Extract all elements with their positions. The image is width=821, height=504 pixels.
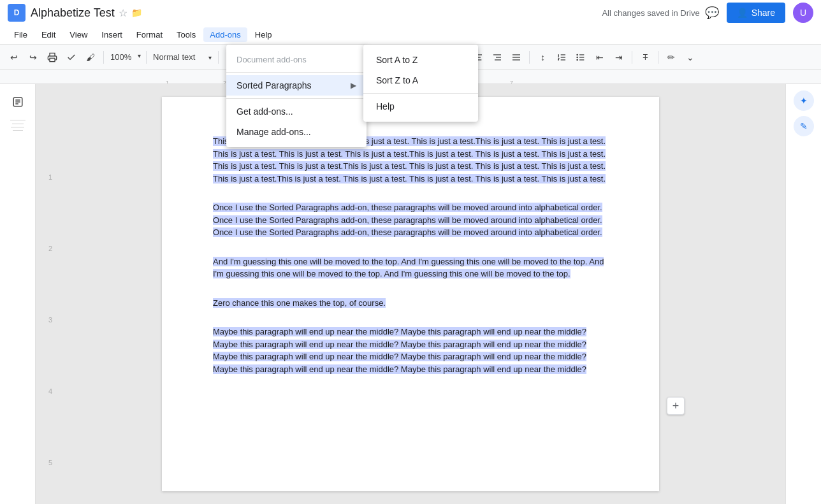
toolbar-divider-7 [529,51,530,64]
zoom-select[interactable]: 100% 75% 125% 150% [108,51,142,63]
justify-button[interactable] [507,48,525,66]
toolbar-divider-9 [658,51,658,64]
edit-icon[interactable]: ✎ [794,116,814,136]
get-addons-item[interactable]: Get add-ons... [226,101,367,122]
sort-z-a-label: Sort Z to A [376,75,418,85]
paragraph-4: Zero chance this one makes the top, of c… [213,297,608,310]
toolbar-divider-3 [218,51,219,64]
autosave-status: All changes saved in Drive [602,8,699,18]
toolbar-divider-2 [146,51,147,64]
header-right: 💬 👤 Share U [705,3,813,23]
style-select-wrap: Normal text Heading 1 Heading 2 Heading … [150,51,214,63]
document-content: This is just a test. This is just a test… [213,135,608,375]
title-row: Alphabetize Test ☆ 📁 [31,6,586,20]
sort-z-a-item[interactable]: Sort Z to A [363,70,478,90]
align-right-button[interactable] [488,48,506,66]
paragraph-3: And I'm guessing this one will be moved … [213,256,608,280]
numbered-list-button[interactable] [553,48,570,66]
add-page-button[interactable]: + [667,397,685,415]
toolbar-divider-8 [632,51,632,64]
clear-formatting-button[interactable]: T [636,48,654,66]
sorted-paragraphs-label: Sorted Paragraphs [236,80,312,90]
menu-tools[interactable]: Tools [170,27,202,42]
menu-help[interactable]: Help [249,27,279,42]
avatar[interactable]: U [793,3,813,23]
paragraph-2: Once I use the Sorted Paragraphs add-on,… [213,201,608,239]
manage-addons-item[interactable]: Manage add-ons... [226,122,367,142]
comments-icon[interactable]: 💬 [705,6,719,20]
submenu-divider [363,93,478,94]
sort-a-z-item[interactable]: Sort A to Z [363,50,478,70]
spacer-1 [213,192,608,201]
para-2-text[interactable]: Once I use the Sorted Paragraphs add-on,… [213,203,602,237]
menu-insert[interactable]: Insert [95,27,129,42]
title-section: Alphabetize Test ☆ 📁 [31,6,586,20]
submenu-help-label: Help [376,101,395,112]
svg-point-23 [577,59,578,60]
menu-edit[interactable]: Edit [35,27,62,42]
menu-addons[interactable]: Add-ons [203,27,247,42]
page-numbers: 1 2 3 4 5 [48,84,52,504]
toolbar-divider-1 [103,51,104,64]
sorted-paragraphs-submenu: Sort A to Z Sort Z to A Help [363,45,478,122]
right-panel: ✦ ✎ [785,84,821,504]
zoom-wrap: 100% 75% 125% 150% [108,51,142,63]
document-page: This is just a test. This is just a test… [162,97,659,491]
increase-indent-button[interactable]: ⇥ [610,48,628,66]
editing-mode-button[interactable]: ✏ [662,48,680,66]
get-addons-label: Get add-ons... [236,106,293,117]
docs-logo-icon: D [8,4,25,22]
left-panel [0,84,36,504]
star-icon[interactable]: ☆ [119,7,127,19]
document-title[interactable]: Alphabetize Test [31,6,115,20]
spacer-4 [213,317,608,326]
spacer-2 [213,247,608,256]
manage-addons-label: Manage add-ons... [236,127,311,137]
undo-button[interactable]: ↩ [5,48,23,66]
share-icon: 👤 [737,8,748,18]
line-spacing-button[interactable]: ↕ [534,48,551,66]
svg-point-21 [577,54,578,55]
sort-a-z-label: Sort A to Z [376,55,418,65]
para-4-text[interactable]: Zero chance this one makes the top, of c… [213,298,386,308]
page-area: 1 2 3 4 5 This is just a test. This is j… [36,84,785,504]
decrease-indent-button[interactable]: ⇤ [591,48,609,66]
svg-point-22 [577,57,578,57]
document-add-ons-label: Document add-ons [236,55,307,64]
document-add-ons-item[interactable]: Document add-ons [226,50,367,69]
svg-rect-0 [50,58,55,61]
gemini-icon[interactable]: ✦ [794,90,814,111]
menu-file[interactable]: File [8,27,34,42]
text-style-select[interactable]: Normal text Heading 1 Heading 2 Heading … [150,51,214,63]
menu-divider-2 [226,98,367,99]
bulleted-list-button[interactable] [572,48,590,66]
print-button[interactable] [43,48,61,66]
menu-bar: File Edit View Insert Format Tools Add-o… [0,25,821,45]
menu-format[interactable]: Format [130,27,169,42]
para-3-text[interactable]: And I'm guessing this one will be moved … [213,257,604,279]
paint-format-button[interactable]: 🖌 [82,48,99,66]
document-outline-button[interactable] [6,90,29,113]
sorted-paragraphs-item[interactable]: Sorted Paragraphs ▶ [226,75,367,96]
addons-dropdown: Document add-ons Sorted Paragraphs ▶ Get… [226,45,367,147]
share-label: Share [752,8,775,18]
menu-divider-1 [226,72,367,73]
spacer-3 [213,288,608,297]
title-bar: D Alphabetize Test ☆ 📁 All changes saved… [0,0,821,25]
main-layout: 1 2 3 4 5 This is just a test. This is j… [0,84,821,504]
share-button[interactable]: 👤 Share [727,3,785,23]
spellcheck-button[interactable] [62,48,80,66]
para-5-text[interactable]: Maybe this paragraph will end up near th… [213,327,586,374]
submenu-arrow-icon: ▶ [351,81,356,90]
view-more-button[interactable]: ⌄ [681,48,699,66]
menu-view[interactable]: View [63,27,94,42]
submenu-help-item[interactable]: Help [363,96,478,117]
redo-button[interactable]: ↪ [24,48,42,66]
folder-icon[interactable]: 📁 [131,8,142,18]
paragraph-5: Maybe this paragraph will end up near th… [213,326,608,375]
